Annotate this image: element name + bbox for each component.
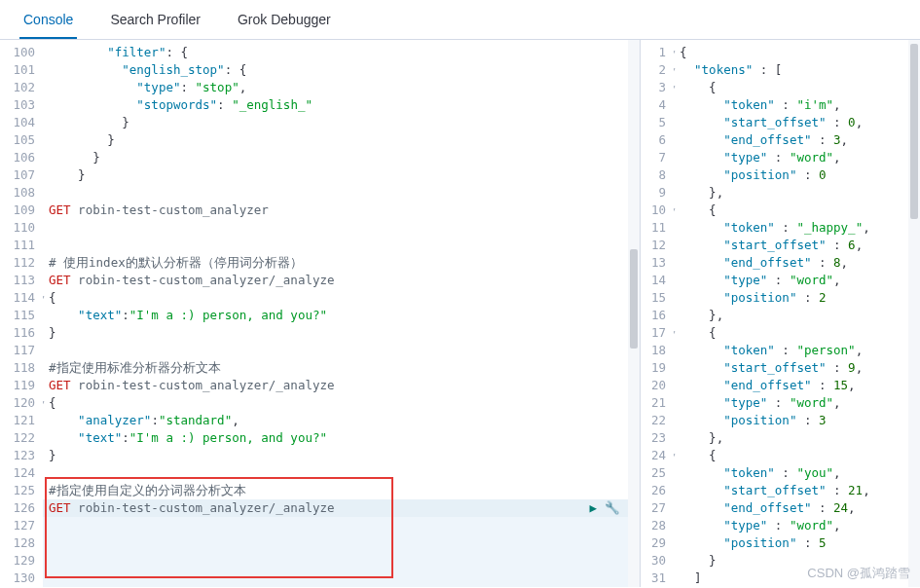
left-code[interactable]: "filter": { "english_stop": { "type": "s… <box>43 40 640 587</box>
code-line[interactable] <box>49 184 634 202</box>
tab-console[interactable]: Console <box>19 0 77 39</box>
code-line[interactable]: } <box>49 114 634 131</box>
code-line[interactable]: } <box>49 324 634 342</box>
code-line[interactable]: GET robin-test-custom_analyzer/_analyze <box>49 377 634 394</box>
code-line[interactable]: ▾ { <box>680 447 914 464</box>
code-line[interactable]: ▾ "tokens" : [ <box>680 61 914 79</box>
code-line[interactable]: "end_offset" : 8, <box>680 254 914 272</box>
code-line[interactable]: #指定使用自定义的分词器分析文本 <box>49 482 634 499</box>
wrench-icon[interactable]: 🔧 <box>605 499 620 517</box>
code-line[interactable]: ▾{ <box>49 289 634 307</box>
code-line[interactable]: "analyzer":"standard", <box>49 412 634 429</box>
code-line[interactable]: "start_offset" : 6, <box>680 237 914 254</box>
watermark: CSDN @孤鸿踏雪 <box>807 565 910 582</box>
code-line[interactable]: "text":"I'm a :) person, and you?" <box>49 307 634 324</box>
right-thumb[interactable] <box>910 44 918 219</box>
code-line[interactable]: ▾ { <box>680 202 914 219</box>
left-thumb[interactable] <box>630 249 638 349</box>
request-editor-pane: 1001011021031041051061071081091101111121… <box>0 40 641 587</box>
code-line[interactable]: # 使用index的默认分析器（停用词分析器） <box>49 254 634 272</box>
code-line[interactable]: "type" : "word", <box>680 517 914 534</box>
fold-icon[interactable]: ▾ <box>43 289 47 307</box>
code-line[interactable]: ▾ { <box>680 79 914 96</box>
code-line[interactable]: "token" : "person", <box>680 342 914 359</box>
left-gutter: 1001011021031041051061071081091101111121… <box>0 40 43 587</box>
code-line[interactable]: GET robin-test-custom_analyzer <box>49 202 634 219</box>
code-line[interactable]: #指定使用标准分析器分析文本 <box>49 359 634 377</box>
code-line[interactable]: "stopwords": "_english_" <box>49 96 634 114</box>
code-line[interactable]: "filter": { <box>49 44 634 61</box>
response-editor-pane: 1234567891011121314151617181920212223242… <box>641 40 920 587</box>
code-line[interactable]: }, <box>680 307 914 324</box>
code-line[interactable]: "end_offset" : 3, <box>680 131 914 149</box>
code-line[interactable]: "type" : "word", <box>680 272 914 289</box>
run-icon[interactable]: ▶ <box>589 499 597 517</box>
code-line[interactable]: ▾ { <box>680 324 914 342</box>
code-line[interactable]: GET robin-test-custom_analyzer/_analyze▶… <box>49 499 634 517</box>
code-line[interactable]: "text":"I'm a :) person, and you?" <box>49 429 634 447</box>
tab-search-profiler[interactable]: Search Profiler <box>106 0 204 39</box>
fold-icon[interactable]: ▾ <box>674 447 678 464</box>
tab-grok-debugger[interactable]: Grok Debugger <box>234 0 335 39</box>
code-line[interactable]: "position" : 2 <box>680 289 914 307</box>
right-gutter: 1234567891011121314151617181920212223242… <box>641 40 674 587</box>
fold-icon[interactable]: ▾ <box>674 61 678 79</box>
fold-icon[interactable]: ▾ <box>674 202 678 219</box>
workspace: 1001011021031041051061071081091101111121… <box>0 40 920 587</box>
code-line[interactable]: ▾{ <box>49 394 634 412</box>
code-line[interactable] <box>49 464 634 482</box>
fold-icon[interactable]: ▾ <box>674 79 678 96</box>
code-line[interactable]: "token" : "_happy_", <box>680 219 914 237</box>
fold-icon[interactable]: ▾ <box>43 394 47 412</box>
fold-icon[interactable]: ▾ <box>674 44 678 61</box>
code-line[interactable]: } <box>49 447 634 464</box>
code-line[interactable]: "type" : "word", <box>680 149 914 166</box>
code-line[interactable]: } <box>49 131 634 149</box>
fold-icon[interactable]: ▾ <box>674 324 678 342</box>
code-line[interactable]: "english_stop": { <box>49 61 634 79</box>
code-line[interactable]: "start_offset" : 0, <box>680 114 914 131</box>
code-line[interactable]: "token" : "i'm", <box>680 96 914 114</box>
code-line[interactable]: GET robin-test-custom_analyzer/_analyze <box>49 272 634 289</box>
code-line[interactable]: "start_offset" : 21, <box>680 482 914 499</box>
code-line[interactable] <box>49 342 634 359</box>
right-scrollbar[interactable] <box>908 40 920 587</box>
code-line[interactable]: "position" : 3 <box>680 412 914 429</box>
code-line[interactable]: ▾{ <box>680 44 914 61</box>
code-line[interactable]: "start_offset" : 9, <box>680 359 914 377</box>
code-line[interactable] <box>49 237 634 254</box>
code-line[interactable]: "type": "stop", <box>49 79 634 96</box>
code-line[interactable]: } <box>49 166 634 184</box>
code-line[interactable]: "position" : 0 <box>680 166 914 184</box>
code-line[interactable]: "end_offset" : 15, <box>680 377 914 394</box>
tab-bar: ConsoleSearch ProfilerGrok Debugger <box>0 0 920 40</box>
left-scrollbar[interactable] <box>628 40 640 587</box>
code-line[interactable]: }, <box>680 429 914 447</box>
code-line[interactable]: }, <box>680 184 914 202</box>
code-line[interactable] <box>49 219 634 237</box>
code-line[interactable]: "position" : 5 <box>680 534 914 552</box>
code-line[interactable]: "token" : "you", <box>680 464 914 482</box>
code-line[interactable]: } <box>49 149 634 166</box>
right-code[interactable]: ▾{▾ "tokens" : [▾ { "token" : "i'm", "st… <box>674 40 920 587</box>
code-line[interactable]: "end_offset" : 24, <box>680 499 914 517</box>
code-line[interactable]: "type" : "word", <box>680 394 914 412</box>
